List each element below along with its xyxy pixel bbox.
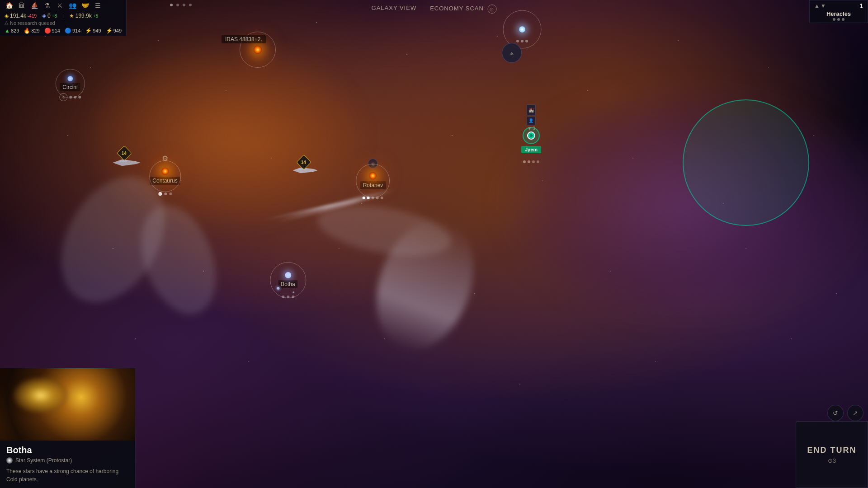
- research-status: No research queued: [10, 20, 55, 26]
- science-delta: +8: [52, 14, 57, 19]
- end-turn-text: END TURN: [807, 445, 857, 455]
- stat-sci: 🔵 914: [65, 28, 80, 34]
- stat-prod: 🔥 829: [24, 28, 39, 34]
- divider-1: |: [62, 14, 64, 19]
- food-value: 829: [11, 28, 19, 33]
- star-system-centaurus[interactable]: ⚙ Centaurus: [150, 168, 180, 185]
- research-row: △ No research queued: [5, 19, 122, 27]
- fleet-1[interactable]: 14: [111, 156, 142, 171]
- star-system-rotanev[interactable]: ☺ Rotanev: [360, 172, 386, 189]
- comet-trail-3: [359, 206, 491, 364]
- ind-icon: 🔴: [44, 28, 51, 34]
- star-system-heracles[interactable]: [519, 26, 525, 33]
- man-icon: ⚡: [85, 28, 92, 34]
- star-system-botha[interactable]: Botha: [278, 272, 297, 288]
- prod-icon: 🔥: [24, 28, 30, 34]
- nav-more-icon[interactable]: ☰: [93, 2, 102, 11]
- research-icon: △: [5, 20, 8, 26]
- ind-value: 914: [52, 28, 60, 33]
- circini-dots: ⊙: [59, 93, 81, 101]
- heracles-action-icon[interactable]: ⟁: [502, 43, 522, 63]
- botha-inner-star2: [292, 291, 294, 293]
- star-system-circini[interactable]: Circini ⊙: [60, 76, 80, 91]
- nav-diplo-icon[interactable]: 🤝: [80, 2, 90, 11]
- nav-weapons-icon[interactable]: ⚔: [55, 2, 64, 11]
- prod-value: 829: [31, 28, 39, 33]
- food-icon: ▲: [5, 28, 10, 34]
- bottom-right-icons: ↺ ↗: [827, 405, 863, 421]
- botha-inner-star: [277, 287, 279, 290]
- resource-influence: ★ 199.9k +5: [69, 13, 98, 19]
- nav-home-icon[interactable]: 🏠: [5, 2, 14, 11]
- star-type-icon: [6, 457, 13, 464]
- jyem-icons: 🏰 👤 ▼3: [527, 104, 536, 131]
- heracles-dots: [516, 40, 528, 42]
- star-system-iras[interactable]: [254, 46, 262, 54]
- selected-system-panel[interactable]: Botha Star System (Protostar) These star…: [0, 368, 136, 488]
- fleet-2[interactable]: 14: [292, 165, 319, 178]
- end-turn-counter: ⊙3: [828, 457, 836, 464]
- nav-ships-icon[interactable]: ⛵: [30, 2, 39, 11]
- top-center-buttons: GALAXY VIEW ECONOMY SCAN ◎: [372, 5, 497, 14]
- influence-value: 199.9k: [75, 13, 92, 19]
- dust-value: 191.4k: [10, 13, 26, 19]
- nav-pop-icon[interactable]: 👥: [68, 2, 77, 11]
- stat-app: ⚡ 949: [106, 28, 122, 34]
- science-icon: ◈: [42, 13, 46, 19]
- galaxy-view-btn[interactable]: GALAXY VIEW: [372, 5, 417, 14]
- resources-row: ◈ 191.4k -419 ◈ 0 +8 | ★ 199.9k +5: [5, 13, 122, 19]
- man-value: 949: [93, 28, 101, 33]
- system-type: Star System (Protostar): [6, 457, 129, 464]
- resource-dust: ◈ 191.4k -419: [5, 13, 37, 19]
- minimap-zoom-icon[interactable]: ↺: [827, 405, 844, 421]
- centaurus-dots: [158, 192, 172, 196]
- comet-trail-2: [263, 197, 361, 222]
- resource-bar[interactable]: 🏠 🏛 ⛵ ⚗ ⚔ 👥 🤝 ☰ ◈ 191.4k -419 ◈ 0 +8 | ★: [0, 0, 127, 36]
- app-icon: ⚡: [106, 28, 113, 34]
- end-turn-button[interactable]: END TURN ⊙3: [796, 421, 868, 488]
- influence-icon: ★: [69, 13, 74, 19]
- sci2-icon: 🔵: [65, 28, 71, 34]
- stat-ind: 🔴 914: [44, 28, 60, 34]
- scan-circle-icon: ◎: [487, 5, 496, 14]
- influence-delta: +5: [93, 14, 98, 19]
- stat-food: ▲ 829: [5, 28, 19, 34]
- system-image: [0, 368, 135, 441]
- iras-orbit-dots: [170, 4, 192, 6]
- science-value: 0: [47, 13, 51, 19]
- economy-scan-btn[interactable]: ECONOMY SCAN ◎: [430, 5, 496, 14]
- sci2-value: 914: [72, 28, 80, 33]
- nav-buildings-icon[interactable]: 🏛: [17, 2, 26, 11]
- nav-icons-row: 🏠 🏛 ⛵ ⚗ ⚔ 👥 🤝 ☰: [5, 2, 122, 11]
- jyem-label: Jyem: [521, 146, 541, 153]
- dust-delta: -419: [28, 14, 37, 19]
- navigate-icon[interactable]: ↗: [847, 405, 863, 421]
- stats-row: ▲ 829 🔥 829 🔴 914 🔵 914 ⚡ 949 ⚡ 949: [5, 28, 122, 34]
- system-name: Botha: [6, 445, 129, 455]
- system-description: These stars have a strong chance of harb…: [6, 467, 129, 483]
- app-value: 949: [113, 28, 122, 33]
- jyem-dots: [523, 160, 539, 163]
- dust-icon: ◈: [5, 13, 9, 19]
- stat-man: ⚡ 949: [85, 28, 101, 34]
- botha-dots: [282, 296, 294, 298]
- iras-label: IRAS 48838+2.: [222, 35, 266, 43]
- resource-science: ◈ 0 +8: [42, 13, 57, 19]
- nav-research-icon[interactable]: ⚗: [42, 2, 52, 11]
- star-system-jyem[interactable]: 🏰 👤 ▼3 ⊕ Jyem: [521, 127, 541, 153]
- panel-body: Botha Star System (Protostar) These star…: [0, 441, 135, 488]
- jyem-territory: [683, 99, 809, 226]
